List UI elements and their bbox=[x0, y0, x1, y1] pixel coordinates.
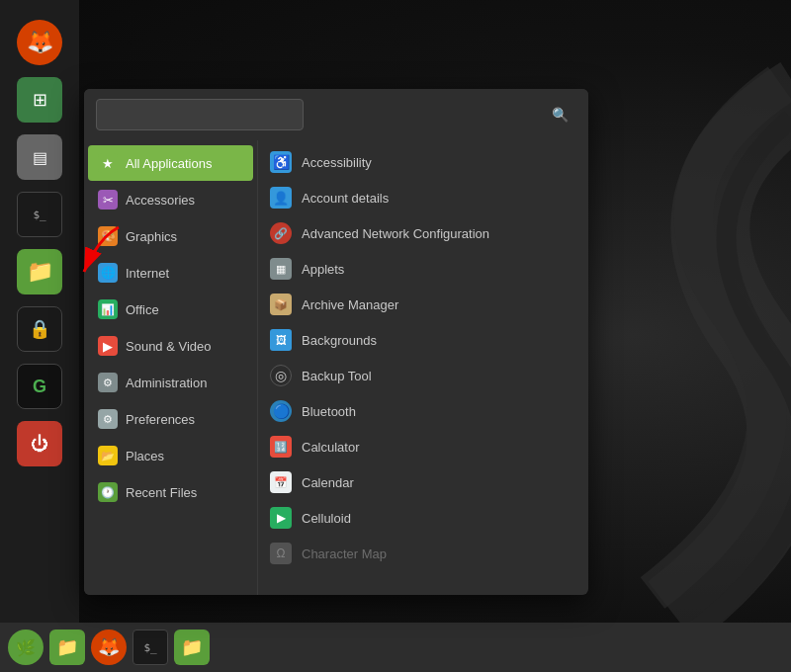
office-icon: 📊 bbox=[98, 299, 118, 319]
search-icon: 🔍 bbox=[552, 107, 569, 123]
administration-icon: ⚙ bbox=[98, 373, 118, 392]
app-backup-tool-label: Backup Tool bbox=[302, 369, 372, 383]
app-backgrounds[interactable]: 🖼 Backgrounds bbox=[258, 322, 588, 358]
search-bar-container: 🔍 bbox=[84, 89, 588, 140]
app-accessibility[interactable]: ♿ Accessibility bbox=[258, 144, 588, 180]
category-administration[interactable]: ⚙ Administration bbox=[88, 365, 253, 400]
backup-tool-icon: ◎ bbox=[270, 365, 292, 386]
taskbar: 🌿 📁 🦊 $_ 📁 bbox=[0, 623, 791, 672]
category-recent-label: Recent Files bbox=[126, 485, 197, 500]
archive-manager-icon: 📦 bbox=[270, 294, 292, 315]
app-archive-manager[interactable]: 📦 Archive Manager bbox=[258, 287, 588, 322]
firefox-taskbar-icon: 🦊 bbox=[98, 636, 120, 658]
accessories-icon: ✂ bbox=[98, 190, 118, 210]
terminal-taskbar-icon: $_ bbox=[143, 641, 156, 654]
app-celluloid[interactable]: ▶ Celluloid bbox=[258, 500, 588, 536]
terminal-icon: $_ bbox=[33, 209, 45, 221]
menu-content: ★ All Applications ✂ Accessories 🎨 Graph… bbox=[84, 140, 588, 595]
app-celluloid-label: Celluloid bbox=[302, 511, 351, 526]
firefox-icon: 🦊 bbox=[27, 30, 53, 55]
lock-icon: 🔒 bbox=[29, 318, 50, 340]
places-icon: 📂 bbox=[98, 446, 118, 465]
category-places-label: Places bbox=[126, 449, 164, 463]
dock-item-lock[interactable]: 🔒 bbox=[17, 306, 62, 352]
folder-green-icon: 📁 bbox=[56, 636, 78, 658]
power-icon: ⏻ bbox=[31, 434, 48, 455]
taskbar-folder2[interactable]: 📁 bbox=[174, 630, 210, 665]
taskbar-terminal[interactable]: $_ bbox=[132, 630, 168, 665]
category-all[interactable]: ★ All Applications bbox=[88, 145, 253, 181]
app-calculator-label: Calculator bbox=[302, 440, 360, 455]
app-calendar[interactable]: 📅 Calendar bbox=[258, 464, 588, 500]
category-preferences[interactable]: ⚙ Preferences bbox=[88, 401, 253, 437]
category-graphics-label: Graphics bbox=[126, 229, 177, 244]
app-character-map-label: Character Map bbox=[302, 546, 387, 561]
recent-icon: 🕐 bbox=[98, 482, 118, 502]
app-backgrounds-label: Backgrounds bbox=[302, 333, 377, 348]
dock-item-files[interactable]: 📁 bbox=[17, 249, 62, 294]
appgrid-icon: ⊞ bbox=[33, 89, 47, 111]
category-recent[interactable]: 🕐 Recent Files bbox=[88, 474, 253, 510]
accessibility-icon: ♿ bbox=[270, 151, 292, 173]
app-account-details-label: Account details bbox=[302, 191, 389, 206]
category-office-label: Office bbox=[126, 302, 159, 317]
app-accessibility-label: Accessibility bbox=[302, 155, 372, 170]
folder2-taskbar-icon: 📁 bbox=[181, 636, 203, 658]
dock-item-terminal[interactable]: $_ bbox=[17, 192, 62, 237]
category-all-label: All Applications bbox=[126, 156, 212, 171]
graphics-icon: 🎨 bbox=[98, 226, 118, 246]
files-icon: 📁 bbox=[27, 259, 53, 285]
sound-video-icon: ▶ bbox=[98, 336, 118, 356]
app-advanced-network-label: Advanced Network Configuration bbox=[302, 226, 489, 241]
app-backup-tool[interactable]: ◎ Backup Tool bbox=[258, 358, 588, 393]
grammarly-icon: G bbox=[33, 377, 46, 397]
menu-panel: 🔍 ★ All Applications ✂ Accessories 🎨 Gra… bbox=[84, 89, 588, 595]
category-graphics[interactable]: 🎨 Graphics bbox=[88, 218, 253, 254]
taskbar-firefox[interactable]: 🦊 bbox=[91, 630, 127, 665]
dock-item-grammarly[interactable]: G bbox=[17, 364, 62, 409]
dock-item-storage[interactable]: ▤ bbox=[17, 134, 62, 180]
app-bluetooth[interactable]: 🔵 Bluetooth bbox=[258, 393, 588, 429]
dock-item-appgrid[interactable]: ⊞ bbox=[17, 77, 62, 123]
app-bluetooth-label: Bluetooth bbox=[302, 404, 356, 419]
applets-icon: ▦ bbox=[270, 258, 292, 280]
dock: 🦊 ⊞ ▤ $_ 📁 🔒 G ⏻ bbox=[0, 0, 79, 623]
app-character-map[interactable]: Ω Character Map bbox=[258, 536, 588, 571]
dock-item-firefox[interactable]: 🦊 bbox=[17, 20, 62, 65]
taskbar-mint[interactable]: 🌿 bbox=[8, 630, 44, 665]
category-sound-video[interactable]: ▶ Sound & Video bbox=[88, 328, 253, 364]
category-administration-label: Administration bbox=[126, 376, 207, 390]
category-sound-video-label: Sound & Video bbox=[126, 339, 212, 354]
category-office[interactable]: 📊 Office bbox=[88, 292, 253, 327]
category-accessories-label: Accessories bbox=[126, 193, 195, 208]
dock-item-power[interactable]: ⏻ bbox=[17, 421, 62, 466]
app-calculator[interactable]: 🔢 Calculator bbox=[258, 429, 588, 464]
calendar-icon: 📅 bbox=[270, 471, 292, 493]
app-applets[interactable]: ▦ Applets bbox=[258, 251, 588, 287]
mint-icon: 🌿 bbox=[16, 638, 36, 657]
app-advanced-network[interactable]: 🔗 Advanced Network Configuration bbox=[258, 215, 588, 251]
storage-icon: ▤ bbox=[33, 148, 47, 167]
taskbar-folder-green[interactable]: 📁 bbox=[49, 630, 85, 665]
app-calendar-label: Calendar bbox=[302, 475, 354, 490]
character-map-icon: Ω bbox=[270, 543, 292, 564]
category-internet[interactable]: 🌐 Internet bbox=[88, 255, 253, 291]
apps-list: ♿ Accessibility 👤 Account details 🔗 Adva… bbox=[257, 140, 588, 595]
calculator-icon: 🔢 bbox=[270, 436, 292, 458]
preferences-icon: ⚙ bbox=[98, 409, 118, 429]
all-apps-icon: ★ bbox=[98, 153, 118, 173]
advanced-network-icon: 🔗 bbox=[270, 222, 292, 244]
category-places[interactable]: 📂 Places bbox=[88, 438, 253, 473]
categories-panel: ★ All Applications ✂ Accessories 🎨 Graph… bbox=[84, 140, 257, 595]
category-preferences-label: Preferences bbox=[126, 412, 195, 427]
app-account-details[interactable]: 👤 Account details bbox=[258, 180, 588, 215]
backgrounds-icon: 🖼 bbox=[270, 329, 292, 351]
celluloid-icon: ▶ bbox=[270, 507, 292, 529]
account-details-icon: 👤 bbox=[270, 187, 292, 209]
category-accessories[interactable]: ✂ Accessories bbox=[88, 182, 253, 217]
app-archive-manager-label: Archive Manager bbox=[302, 297, 398, 312]
app-applets-label: Applets bbox=[302, 262, 344, 277]
category-internet-label: Internet bbox=[126, 266, 169, 281]
search-input[interactable] bbox=[96, 99, 304, 130]
internet-icon: 🌐 bbox=[98, 263, 118, 283]
